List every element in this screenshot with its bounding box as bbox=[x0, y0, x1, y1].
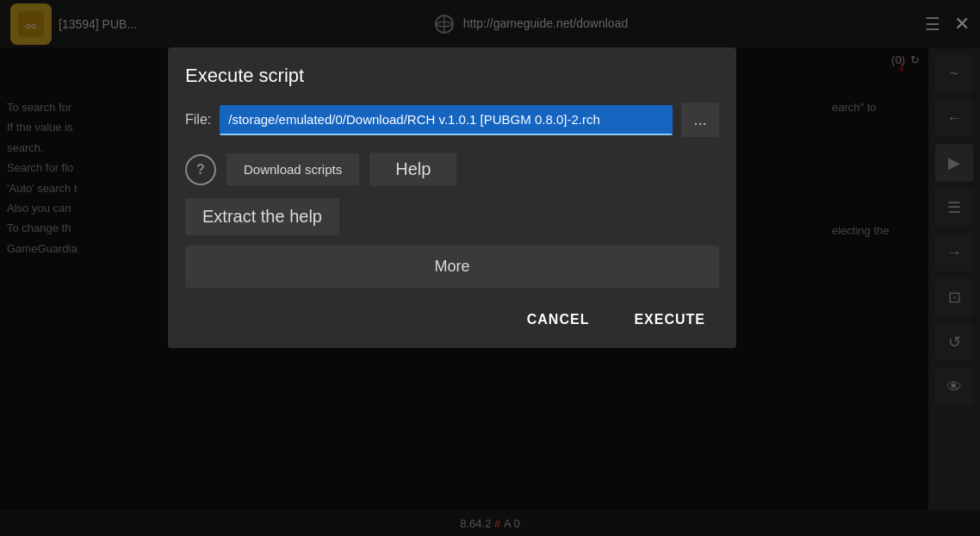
help-circle-icon[interactable]: ? bbox=[185, 154, 216, 185]
file-row: File: ... bbox=[185, 103, 719, 137]
file-input[interactable] bbox=[220, 105, 673, 135]
execute-script-dialog: Execute script File: ... ? Download scri… bbox=[168, 47, 736, 348]
help-button[interactable]: Help bbox=[369, 153, 456, 186]
download-scripts-button[interactable]: Download scripts bbox=[226, 153, 359, 185]
action-row: ? Download scripts Help bbox=[185, 153, 719, 186]
file-input-wrapper bbox=[220, 105, 673, 135]
extract-help-button[interactable]: Extract the help bbox=[185, 198, 339, 235]
cancel-button[interactable]: CANCEL bbox=[513, 305, 604, 334]
dialog-footer: CANCEL EXECUTE bbox=[185, 302, 719, 334]
dialog-title: Execute script bbox=[185, 65, 719, 87]
file-browse-button[interactable]: ... bbox=[681, 103, 719, 137]
file-label: File: bbox=[185, 112, 211, 128]
execute-button[interactable]: EXECUTE bbox=[620, 305, 719, 334]
extract-row: Extract the help bbox=[185, 198, 719, 246]
more-button[interactable]: More bbox=[185, 246, 719, 288]
